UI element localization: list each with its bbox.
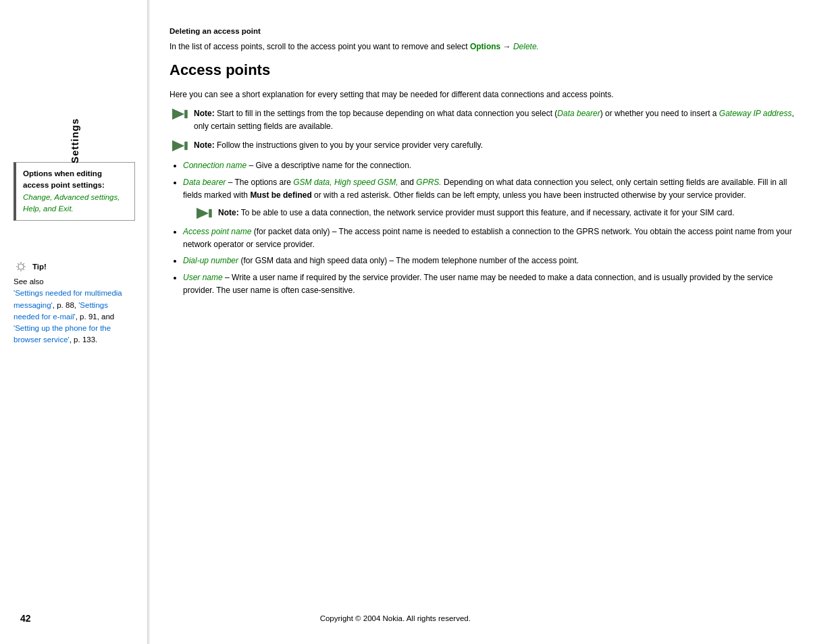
must-be-defined: Must be defined <box>250 190 311 200</box>
note3-text: To be able to use a data connection, the… <box>241 208 735 217</box>
access-point-name-label: Access point name <box>183 227 251 236</box>
user-name-text: – Write a user name if required by the s… <box>183 273 773 295</box>
delete-options: Options <box>470 42 500 51</box>
note-svg-2 <box>170 139 188 153</box>
connection-name-label: Connection name <box>183 161 246 170</box>
note-block-1: Note: Start to fill in the settings from… <box>170 107 800 132</box>
user-name-label: User name <box>183 273 223 282</box>
sidebar-options-links: Change, Advanced settings, Help, and Exi… <box>23 193 120 213</box>
main-content: Deleting an access point In the list of … <box>149 0 834 644</box>
sidebar-title: Settings <box>69 118 80 163</box>
svg-line-6 <box>24 269 24 270</box>
bullet-connection-name: Connection name – Give a descriptive nam… <box>183 159 800 172</box>
note1-bold: Note: <box>194 109 215 118</box>
svg-marker-13 <box>197 208 209 219</box>
delete-text: In the list of access points, scroll to … <box>170 41 800 53</box>
bullet-dial-up-number: Dial-up number (for GSM data and high sp… <box>183 254 800 267</box>
left-border-line <box>147 0 148 644</box>
delete-arrow: → <box>503 42 513 51</box>
note-icon-1 <box>170 107 188 121</box>
bullet-access-point-name: Access point name (for packet data only)… <box>183 225 800 250</box>
intro-text: Here you can see a short explanation for… <box>170 88 800 101</box>
note1-data-bearer: Data bearer <box>557 109 600 118</box>
dial-up-number-label: Dial-up number <box>183 256 238 265</box>
access-points-heading: Access points <box>170 61 800 79</box>
delete-delete: Delete. <box>513 42 539 51</box>
note2-bold: Note: <box>194 140 215 150</box>
note2-text: Follow the instructions given to you by … <box>217 140 483 150</box>
note1-text: Start to fill in the settings from the t… <box>217 109 557 118</box>
svg-rect-12 <box>184 142 188 151</box>
note-svg-3 <box>194 207 213 220</box>
svg-rect-10 <box>184 110 188 119</box>
tip-label: Tip! <box>32 261 47 273</box>
sidebar: Settings Options when editing access poi… <box>0 0 149 644</box>
tip-link-browser[interactable]: 'Setting up the phone for the browser se… <box>14 324 111 344</box>
bullet-data-bearer: Data bearer – The options are GSM data, … <box>183 176 800 201</box>
access-point-name-text: (for packet data only) – The access poin… <box>183 227 792 249</box>
note1-gateway-ip: Gateway IP address <box>719 109 792 118</box>
sidebar-tip: Tip! See also 'Settings needed for multi… <box>14 261 135 346</box>
note3-bold: Note: <box>218 208 239 217</box>
note-icon-3 <box>194 207 213 220</box>
note-svg-1 <box>170 107 188 121</box>
note-block-3: Note: To be able to use a data connectio… <box>194 207 800 220</box>
data-bearer-and: and <box>398 178 417 187</box>
note-icon-2 <box>170 139 188 153</box>
data-bearer-text3: or with a red asterisk. Other fields can… <box>312 190 746 200</box>
svg-rect-14 <box>209 209 212 218</box>
sidebar-options-label: Options when editing access point settin… <box>23 169 105 189</box>
svg-marker-11 <box>172 140 184 151</box>
page: Settings Options when editing access poi… <box>0 0 834 644</box>
data-bearer-gprs: GPRS. <box>416 178 441 187</box>
tip-header: Tip! <box>14 261 135 273</box>
tip-icon <box>14 261 28 273</box>
dial-up-number-text: (for GSM data and high speed data only) … <box>240 256 579 265</box>
data-bearer-label: Data bearer <box>183 178 226 187</box>
sidebar-options-box: Options when editing access point settin… <box>14 162 135 221</box>
footer: 42 Copyright © 2004 Nokia. All rights re… <box>0 613 834 624</box>
svg-line-5 <box>18 263 18 264</box>
note-text-1: Note: Start to fill in the settings from… <box>194 107 800 132</box>
bullet-list-2: Access point name (for packet data only)… <box>183 225 800 296</box>
bullet-user-name: User name – Write a user name if require… <box>183 271 800 296</box>
svg-point-0 <box>18 264 24 269</box>
delete-heading: Deleting an access point <box>170 27 800 35</box>
note1-text2: ) or whether you need to insert a <box>600 109 719 118</box>
svg-line-8 <box>18 269 18 270</box>
data-bearer-text1: – The options are <box>228 178 294 187</box>
bullet-list-1: Connection name – Give a descriptive nam… <box>183 159 800 201</box>
copyright-text: Copyright © 2004 Nokia. All rights reser… <box>31 614 760 622</box>
data-bearer-options: GSM data, High speed GSM, <box>293 178 398 187</box>
svg-marker-9 <box>172 109 184 119</box>
note-text-3: Note: To be able to use a data connectio… <box>218 207 735 219</box>
note-text-2: Note: Follow the instructions given to y… <box>194 139 483 152</box>
tip-svg-icon <box>14 261 28 273</box>
svg-line-7 <box>24 263 24 264</box>
connection-name-text: – Give a descriptive name for the connec… <box>249 161 411 170</box>
note-block-2: Note: Follow the instructions given to y… <box>170 139 800 153</box>
page-number: 42 <box>20 613 31 624</box>
tip-see-also: See also <box>14 277 44 286</box>
delete-text-1: In the list of access points, scroll to … <box>170 42 468 51</box>
